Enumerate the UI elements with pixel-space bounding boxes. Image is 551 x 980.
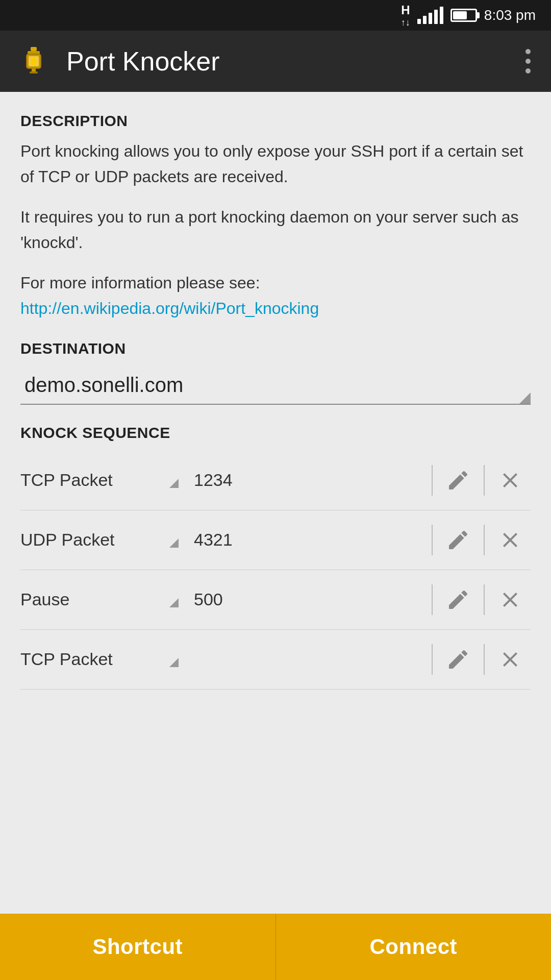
svg-point-6 [31, 57, 37, 65]
edit-knock-3-button[interactable] [438, 579, 479, 620]
delete-knock-4-button[interactable] [490, 639, 531, 680]
edit-knock-1-button[interactable] [438, 460, 479, 501]
app-icon [15, 43, 52, 80]
main-content: DESCRIPTION Port knocking allows you to … [0, 92, 551, 914]
data-arrows: ↑↓ [401, 17, 410, 28]
description-label: DESCRIPTION [20, 112, 531, 130]
destination-section: DESTINATION [20, 340, 531, 409]
knock-type-label-1: TCP Packet [20, 470, 133, 489]
description-paragraph-2: It requires you to run a port knocking d… [20, 205, 531, 255]
action-divider [484, 465, 485, 496]
action-divider [484, 644, 485, 675]
knock-type-selector-3[interactable]: Pause [20, 590, 184, 609]
knock-actions-4 [427, 639, 531, 680]
knock-type-selector-2[interactable]: UDP Packet [20, 530, 184, 550]
svg-rect-0 [31, 47, 37, 51]
overflow-dot-2 [525, 59, 531, 64]
destination-input[interactable] [20, 366, 531, 405]
destination-label: DESTINATION [20, 340, 531, 357]
overflow-dot-3 [525, 68, 531, 74]
knock-port-3: 500 [184, 590, 427, 609]
action-divider [484, 584, 485, 615]
action-divider [432, 584, 433, 615]
wiki-link[interactable]: http://en.wikipedia.org/wiki/Port_knocki… [20, 299, 319, 317]
knock-row: UDP Packet 4321 [20, 510, 531, 570]
status-time: 8:03 pm [484, 7, 536, 23]
connect-label: Connect [370, 935, 458, 959]
knock-port-1: 1234 [184, 470, 427, 490]
action-divider [432, 644, 433, 675]
description-section: DESCRIPTION Port knocking allows you to … [20, 112, 531, 322]
battery-fill [453, 11, 467, 19]
app-bar: Port Knocker [0, 31, 551, 92]
shortcut-label: Shortcut [92, 935, 183, 959]
signal-strength-icon [417, 7, 443, 24]
shortcut-button[interactable]: Shortcut [0, 914, 276, 980]
action-divider [484, 525, 485, 555]
overflow-dot-1 [525, 49, 531, 54]
knock-type-label-2: UDP Packet [20, 530, 135, 549]
action-divider [432, 525, 433, 555]
content-spacer [20, 690, 531, 792]
battery-icon [450, 9, 477, 22]
knock-actions-2 [427, 520, 531, 560]
edit-knock-4-button[interactable] [438, 639, 479, 680]
network-type-indicator: H ↑↓ [401, 3, 410, 28]
delete-knock-2-button[interactable] [490, 520, 531, 560]
destination-wrapper [20, 366, 531, 409]
knock-type-selector-4[interactable]: TCP Packet [20, 649, 184, 669]
knock-sequence-section: KNOCK SEQUENCE TCP Packet 1234 [20, 424, 531, 690]
knock-row: Pause 500 [20, 570, 531, 630]
knock-sequence-label: KNOCK SEQUENCE [20, 424, 531, 442]
delete-knock-3-button[interactable] [490, 579, 531, 620]
knock-type-label-4: TCP Packet [20, 649, 133, 669]
bottom-bar: Shortcut Connect [0, 914, 551, 980]
app-title: Port Knocker [66, 46, 520, 77]
knock-actions-1 [427, 460, 531, 501]
description-paragraph-1: Port knocking allows you to only expose … [20, 139, 531, 189]
connect-button[interactable]: Connect [276, 914, 552, 980]
edit-knock-2-button[interactable] [438, 520, 479, 560]
knock-row: TCP Packet [20, 630, 531, 690]
status-icons: H ↑↓ 8:03 pm [401, 3, 536, 28]
knock-actions-3 [427, 579, 531, 620]
svg-rect-5 [30, 71, 38, 74]
description-more-info: For more information please see: http://… [20, 271, 531, 321]
knock-type-selector-1[interactable]: TCP Packet [20, 470, 184, 490]
knock-port-2: 4321 [184, 530, 427, 550]
overflow-menu-button[interactable] [520, 44, 536, 79]
knock-type-label-3: Pause [20, 590, 90, 609]
status-bar: H ↑↓ 8:03 pm [0, 0, 551, 31]
delete-knock-1-button[interactable] [490, 460, 531, 501]
knock-row: TCP Packet 1234 [20, 451, 531, 510]
action-divider [432, 465, 433, 496]
